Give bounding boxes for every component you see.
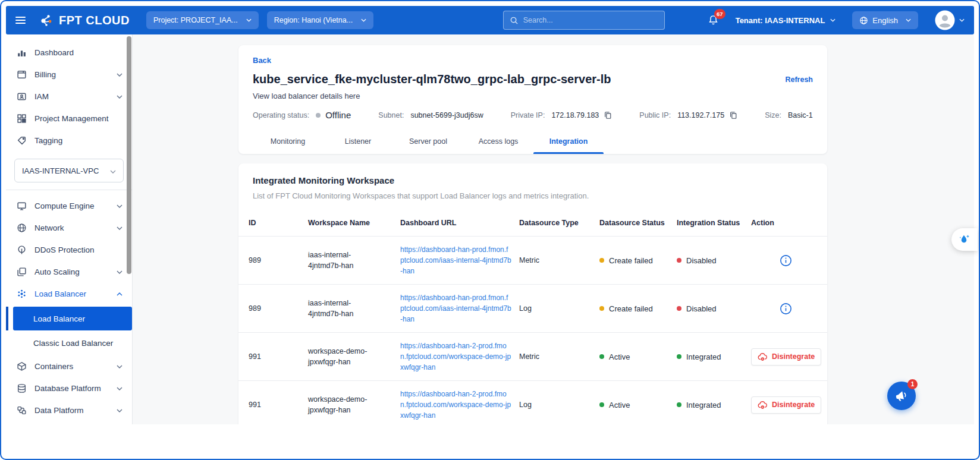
- menu-icon[interactable]: [15, 17, 26, 24]
- globe-icon: [859, 16, 868, 25]
- megaphone-icon: [894, 388, 909, 404]
- column-header-dashboard-url: Dashboard URL: [400, 210, 519, 237]
- operating-status: Operating status: Offline: [253, 110, 351, 120]
- dashboard-url-link[interactable]: https://dashboard-han-2-prod.fmon.fptclo…: [400, 341, 512, 373]
- chevron-down-icon: [117, 226, 122, 230]
- project-selector[interactable]: Project: PROJECT_IAA...: [146, 11, 259, 29]
- tab-integration[interactable]: Integration: [533, 130, 604, 154]
- cloud-disintegrate-icon: [758, 401, 768, 409]
- info-icon[interactable]: [780, 254, 792, 267]
- back-link[interactable]: Back: [253, 56, 271, 65]
- sidebar-item-iam[interactable]: IAM: [6, 86, 132, 108]
- app-window: FPT CLOUD Project: PROJECT_IAA... Region…: [0, 0, 980, 460]
- data-platform-icon: [17, 405, 27, 415]
- status-dot: [599, 258, 604, 263]
- announcements-button[interactable]: 1: [887, 382, 916, 410]
- sidebar-item-data-platform[interactable]: Data Platform: [6, 399, 132, 421]
- status-dot: [677, 306, 681, 311]
- chevron-down-icon: [117, 73, 122, 77]
- main-area: Back kube_service_fke-mycluster-qlm78two…: [133, 34, 974, 424]
- sidebar-item-dashboard[interactable]: Dashboard: [6, 42, 132, 64]
- ddos-protection-icon: [17, 245, 27, 255]
- sidebar-item-auto-scaling[interactable]: Auto Scaling: [6, 261, 132, 283]
- datasource-status: Create failed: [599, 256, 670, 265]
- tab-listener[interactable]: Listener: [323, 130, 393, 154]
- language-selector[interactable]: English: [852, 11, 918, 29]
- status-dot: [677, 258, 681, 263]
- column-header-id: ID: [238, 210, 308, 237]
- dashboard-url-link[interactable]: https://dashboard-han-2-prod.fmon.fptclo…: [400, 389, 512, 421]
- table-header-row: ID Workspace Name Dashboard URL Datasour…: [238, 210, 827, 237]
- compute-engine-icon: [17, 201, 27, 211]
- sidebar-item-containers[interactable]: Containers: [6, 355, 132, 377]
- logo-text: FPT CLOUD: [59, 14, 130, 27]
- search-input[interactable]: [523, 16, 658, 24]
- avatar: [935, 10, 955, 30]
- chevron-down-icon: [246, 18, 252, 22]
- chevron-down-icon: [117, 365, 122, 368]
- page-subtitle: View load balancer details here: [253, 92, 813, 100]
- cloud-disintegrate-icon: [758, 352, 768, 361]
- cell-workspace-name: iaas-internal-4jntmd7b-han: [308, 250, 379, 271]
- card-title: Integrated Monitoring Workspace: [238, 175, 827, 185]
- table-row: 991 workspace-demo-jpxwfqgr-han https://…: [238, 333, 827, 381]
- fpt-cloud-logo: FPT CLOUD: [39, 12, 130, 28]
- chevron-down-icon: [110, 166, 116, 175]
- cell-datasource-type: Log: [519, 285, 599, 333]
- vpc-selector[interactable]: IAAS-INTERNAL-VPC: [14, 159, 124, 182]
- detail-tabs: Monitoring Listener Server pool Access l…: [253, 130, 813, 154]
- notifications-button[interactable]: 67: [708, 14, 719, 26]
- status-dot: [599, 306, 604, 311]
- disintegrate-button[interactable]: Disintegrate: [751, 396, 821, 414]
- disintegrate-button[interactable]: Disintegrate: [751, 348, 821, 366]
- containers-icon: [17, 361, 27, 371]
- refresh-button[interactable]: Refresh: [785, 75, 813, 84]
- page-title: kube_service_fke-mycluster-qlm78two_grpc…: [253, 73, 611, 86]
- column-header-datasource-status: Datasource Status: [599, 210, 677, 237]
- region-selector[interactable]: Region: Hanoi (Vietna...: [267, 11, 374, 29]
- cell-id: 991: [238, 381, 308, 425]
- droplet-sparkle-icon: [958, 233, 971, 246]
- announcement-count-badge: 1: [907, 379, 918, 389]
- user-menu[interactable]: [935, 10, 965, 30]
- sidebar-item-database-platform[interactable]: Database Platform: [6, 377, 132, 399]
- cell-id: 991: [238, 333, 308, 381]
- chevron-down-icon: [117, 409, 122, 412]
- integration-status: Integrated: [677, 401, 744, 409]
- sidebar-subitem-classic-load-balancer[interactable]: Classic Load Balancer: [6, 332, 132, 354]
- sidebar-scrollbar[interactable]: [127, 36, 131, 274]
- tenant-selector[interactable]: Tenant: IAAS-INTERNAL: [736, 16, 836, 25]
- integration-status: Disabled: [677, 304, 744, 313]
- sidebar-item-load-balancer[interactable]: Load Balancer: [6, 283, 132, 305]
- network-icon: [17, 223, 27, 233]
- cell-datasource-type: Log: [519, 381, 599, 425]
- global-search: [503, 11, 665, 30]
- sidebar-item-billing[interactable]: Billing: [6, 64, 132, 86]
- auto-scaling-icon: [17, 267, 27, 277]
- sidebar-item-project-management[interactable]: Project Management: [6, 108, 132, 130]
- dashboard-url-link[interactable]: https://dashboard-han-prod.fmon.fptcloud…: [400, 292, 512, 324]
- status-dot: [677, 354, 681, 359]
- tab-monitoring[interactable]: Monitoring: [253, 130, 323, 154]
- copy-icon[interactable]: [604, 111, 612, 119]
- sidebar-item-compute-engine[interactable]: Compute Engine: [6, 195, 132, 217]
- tab-server-pool[interactable]: Server pool: [393, 130, 463, 154]
- chevron-down-icon: [906, 18, 911, 22]
- copy-icon[interactable]: [729, 111, 737, 119]
- info-icon[interactable]: [780, 303, 792, 315]
- sidebar-item-tagging[interactable]: Tagging: [6, 130, 132, 152]
- datasource-status: Active: [599, 352, 670, 361]
- chevron-down-icon: [117, 204, 122, 208]
- status-dot: [599, 402, 604, 407]
- ai-assistant-tab[interactable]: [951, 228, 978, 251]
- table-row: 989 iaas-internal-4jntmd7b-han https://d…: [238, 285, 827, 333]
- sidebar-item-network[interactable]: Network: [6, 217, 132, 239]
- cell-workspace-name: iaas-internal-4jntmd7b-han: [308, 298, 379, 319]
- sidebar-item-ddos-protection[interactable]: DDoS Protection: [6, 239, 132, 261]
- load-balancer-icon: [17, 289, 27, 299]
- search-icon: [510, 16, 519, 25]
- sidebar-subitem-load-balancer[interactable]: Load Balancer: [13, 307, 132, 330]
- chevron-down-icon: [117, 95, 122, 99]
- tab-access-logs[interactable]: Access logs: [463, 130, 533, 154]
- dashboard-url-link[interactable]: https://dashboard-han-prod.fmon.fptcloud…: [400, 244, 512, 276]
